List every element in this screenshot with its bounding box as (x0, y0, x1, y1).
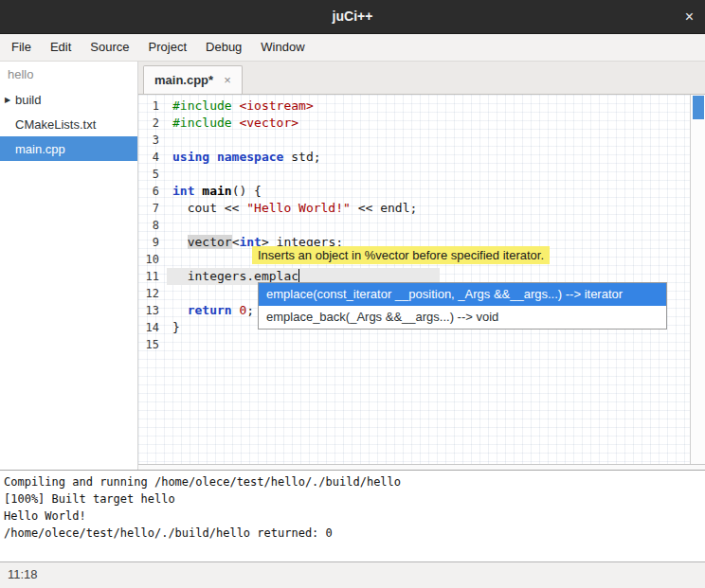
code-segment (172, 303, 188, 317)
menu-item-file[interactable]: File (2, 34, 41, 61)
code-segment: main (202, 184, 231, 198)
tree-item-label: main.cpp (15, 142, 65, 156)
code-line-1[interactable]: 1#include <iostream> (138, 98, 690, 115)
code-segment (209, 150, 217, 164)
tab-label: main.cpp* (154, 73, 213, 87)
code-text: } (167, 319, 180, 336)
code-line-2[interactable]: 2#include <vector> (138, 115, 690, 132)
menu-item-window[interactable]: Window (251, 34, 314, 61)
code-segment: integers.emplac (172, 269, 298, 283)
sidebar: hello ▶buildCMakeLists.txtmain.cpp (0, 62, 138, 470)
code-segment: <iostream> (239, 98, 313, 113)
code-text: using namespace std; (167, 149, 321, 166)
tree-item-cmakelists-txt[interactable]: CMakeLists.txt (0, 112, 137, 136)
code-segment: std; (283, 150, 320, 164)
code-segment: << endl; (351, 201, 417, 215)
line-number: 11 (138, 268, 167, 285)
file-tree: ▶buildCMakeLists.txtmain.cpp (0, 87, 137, 161)
code-text (167, 251, 172, 268)
code-text: #include <iostream> (167, 98, 314, 115)
window-close-icon[interactable]: × (685, 0, 694, 33)
line-number: 14 (138, 319, 167, 336)
menu-item-source[interactable]: Source (81, 34, 138, 61)
tree-item-label: CMakeLists.txt (15, 117, 96, 132)
code-segment: namespace (217, 150, 283, 164)
code-segment: vector (188, 235, 232, 249)
output-line-0: Compiling and running /home/olece/test/h… (4, 473, 701, 490)
code-segment: "Hello World!" (246, 201, 351, 215)
tabbar: main.cpp* × (138, 62, 705, 95)
completion-popup: emplace(const_iterator __position, _Args… (258, 282, 667, 330)
tree-item-main-cpp[interactable]: main.cpp (0, 136, 137, 161)
code-segment: #include (172, 98, 239, 113)
code-segment: return (188, 303, 232, 317)
code-text: return 0; (167, 302, 254, 319)
code-segment: () { (232, 184, 262, 198)
line-number: 13 (138, 302, 167, 319)
code-text (167, 166, 172, 183)
code-editor[interactable]: 1#include <iostream>2#include <vector>34… (138, 95, 705, 464)
code-text: #include <vector> (167, 115, 298, 132)
code-segment: cout << (172, 201, 246, 215)
vertical-scrollbar[interactable] (690, 95, 705, 464)
code-segment (172, 235, 188, 249)
code-text (167, 132, 172, 149)
tab-close-icon[interactable]: × (224, 73, 231, 87)
scrollbar-thumb[interactable] (693, 96, 704, 119)
juci-window: { "window": { "title": "juCi++", "close_… (0, 0, 705, 588)
menu-item-edit[interactable]: Edit (41, 34, 81, 61)
code-text: cout << "Hello World!" << endl; (167, 200, 417, 217)
notebook: main.cpp* × 1#include <iostream>2#includ… (138, 62, 705, 470)
line-number: 9 (138, 234, 167, 251)
code-line-5[interactable]: 5 (138, 166, 690, 183)
line-number: 7 (138, 200, 167, 217)
code-segment: int (172, 184, 194, 198)
line-number: 4 (138, 149, 167, 166)
line-number: 8 (138, 217, 167, 234)
menu-item-debug[interactable]: Debug (196, 34, 251, 61)
tree-item-build[interactable]: ▶build (0, 87, 137, 112)
code-line-3[interactable]: 3 (138, 132, 690, 149)
code-text (167, 285, 172, 302)
completion-item-1[interactable]: emplace_back(_Args &&__args...) --> void (259, 306, 666, 329)
cursor-position-label: 11:18 (8, 567, 38, 581)
window-title: juCi++ (0, 0, 705, 33)
line-number: 2 (138, 115, 167, 132)
line-number: 12 (138, 285, 167, 302)
code-text: int main() { (167, 183, 262, 200)
line-number: 5 (138, 166, 167, 183)
code-segment: } (172, 320, 180, 334)
code-text (167, 217, 172, 234)
titlebar: juCi++ × (0, 0, 705, 34)
line-number: 10 (138, 251, 167, 268)
code-line-7[interactable]: 7 cout << "Hello World!" << endl; (138, 200, 690, 217)
expander-icon[interactable]: ▶ (0, 96, 15, 104)
output-panel[interactable]: Compiling and running /home/olece/test/h… (0, 470, 705, 561)
code-segment: <vector> (239, 116, 298, 130)
line-number: 15 (138, 336, 167, 353)
completion-item-0[interactable]: emplace(const_iterator __position, _Args… (259, 283, 666, 306)
statusbar: 11:18 (0, 561, 705, 588)
tab-main-cpp[interactable]: main.cpp* × (143, 65, 243, 94)
text-cursor (298, 269, 299, 282)
project-name: hello (0, 62, 137, 87)
output-line-1: [100%] Built target hello (4, 490, 701, 508)
code-segment: ; (246, 303, 254, 317)
code-line-15[interactable]: 15 (138, 336, 690, 353)
code-segment: using (172, 150, 209, 164)
output-line-2: Hello World! (4, 508, 701, 525)
menu-item-project[interactable]: Project (139, 34, 196, 61)
code-line-8[interactable]: 8 (138, 217, 690, 234)
code-segment: #include (172, 116, 239, 130)
completion-tooltip: Inserts an object in %vector before spec… (252, 246, 550, 264)
line-number: 3 (138, 132, 167, 149)
tree-item-label: build (15, 93, 41, 107)
menubar: FileEditSourceProjectDebugWindow (0, 34, 705, 62)
code-line-4[interactable]: 4using namespace std; (138, 149, 690, 166)
line-number: 6 (138, 183, 167, 200)
code-text (167, 336, 172, 353)
output-line-3: /home/olece/test/hello/./build/hello ret… (4, 525, 701, 542)
code-line-6[interactable]: 6int main() { (138, 183, 690, 200)
line-number: 1 (138, 98, 167, 115)
